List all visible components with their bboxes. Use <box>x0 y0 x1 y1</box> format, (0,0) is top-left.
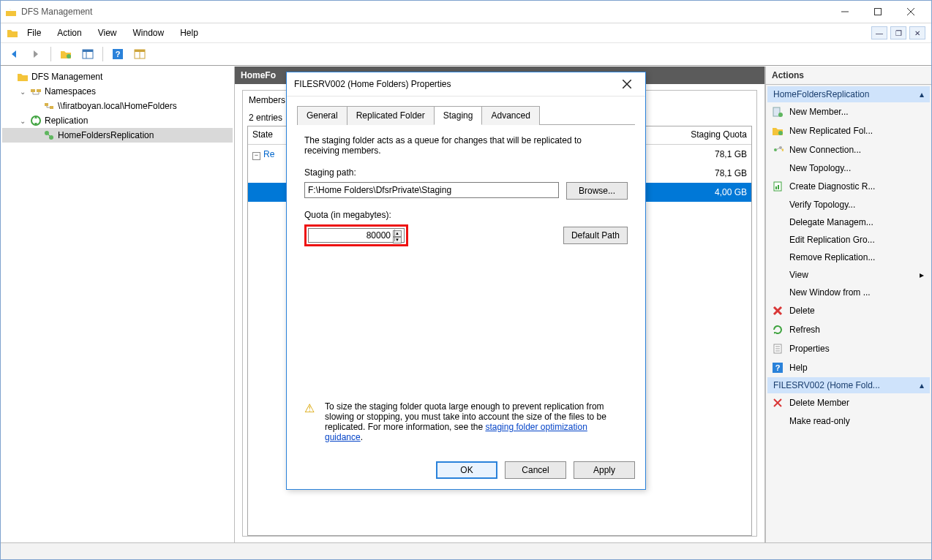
svg-text:?: ? <box>116 50 121 58</box>
action-label: View <box>789 270 808 280</box>
action-label: Remove Replication... <box>789 252 875 262</box>
menu-window[interactable]: Window <box>126 26 172 40</box>
nav-tree[interactable]: DFS Management ⌄ Namespaces \\firatboyan… <box>1 67 235 542</box>
dialog-title-bar: FILESRV002 (Home Folders) Properties <box>287 72 645 97</box>
tree-replication-item[interactable]: HomeFoldersReplication <box>2 128 233 143</box>
menu-help[interactable]: Help <box>173 26 206 40</box>
tab-replicated-folder[interactable]: Replicated Folder <box>347 106 435 125</box>
back-button[interactable] <box>5 45 23 63</box>
quota-input[interactable] <box>308 228 405 243</box>
actions-section-2[interactable]: FILESRV002 (Home Fold... ▴ <box>767 377 930 393</box>
action-edit-replication-group[interactable]: Edit Replication Gro... <box>767 231 930 249</box>
action-label: Properties <box>789 344 830 354</box>
quota-highlight: ▲▼ <box>304 224 408 246</box>
window-title: DFS Management <box>21 7 92 17</box>
toolbar-pane-button[interactable] <box>79 45 97 63</box>
svg-rect-12 <box>45 103 48 106</box>
minimize-button[interactable] <box>828 1 861 22</box>
action-new-replicated-folder[interactable]: New Replicated Fol... <box>767 121 930 140</box>
tree-root[interactable]: DFS Management <box>2 69 233 84</box>
action-create-diagnostic[interactable]: Create Diagnostic R... <box>767 177 930 196</box>
actions-pane: Actions HomeFoldersReplication ▴ New Mem… <box>765 67 931 542</box>
row-quota-value: 4,00 GB <box>664 187 751 197</box>
action-refresh[interactable]: Refresh <box>767 320 930 339</box>
close-button[interactable] <box>894 1 927 22</box>
svg-rect-11 <box>37 89 41 92</box>
tab-advanced[interactable]: Advanced <box>481 106 539 125</box>
spin-down-button[interactable]: ▼ <box>393 237 402 243</box>
action-label: Verify Topology... <box>789 200 855 210</box>
action-new-window[interactable]: New Window from ... <box>767 284 930 301</box>
row-quota-value: 78,1 GB <box>664 168 751 178</box>
svg-point-19 <box>778 131 783 135</box>
connection-add-icon: * <box>772 144 783 156</box>
action-delegate-management[interactable]: Delegate Managem... <box>767 213 930 231</box>
menu-action[interactable]: Action <box>50 26 89 40</box>
dialog-title: FILESRV002 (Home Folders) Properties <box>294 79 451 89</box>
tree-namespaces[interactable]: ⌄ Namespaces <box>2 84 233 99</box>
collapse-icon[interactable]: ⌄ <box>18 88 27 96</box>
tree-namespace-item-label: \\firatboyan.local\HomeFolders <box>58 101 177 111</box>
toolbar: ? <box>1 43 931 66</box>
action-properties[interactable]: Properties <box>767 339 930 358</box>
apply-button[interactable]: Apply <box>574 461 635 479</box>
tree-replication-item-label: HomeFoldersReplication <box>58 130 154 140</box>
action-label: Delete <box>789 306 815 316</box>
tree-replication[interactable]: ⌄ Replication <box>2 113 233 128</box>
expand-row-icon[interactable]: − <box>252 152 260 160</box>
browse-button[interactable]: Browse... <box>566 182 628 200</box>
collapse-section-icon[interactable]: ▴ <box>920 380 924 390</box>
folder-replicate-icon <box>772 125 783 137</box>
svg-rect-3 <box>83 50 93 52</box>
action-new-topology[interactable]: New Topology... <box>767 159 930 177</box>
default-path-button[interactable]: Default Path <box>563 227 628 244</box>
delete-icon <box>772 305 783 317</box>
status-bar <box>1 542 931 559</box>
action-help[interactable]: ?Help <box>767 358 930 377</box>
staging-path-input[interactable] <box>304 182 559 198</box>
row-state-value: Re <box>263 149 274 159</box>
collapse-section-icon[interactable]: ▴ <box>920 89 924 99</box>
toolbar-folder-button[interactable] <box>57 45 75 63</box>
mdi-close-button[interactable]: ✕ <box>909 26 925 39</box>
tree-namespaces-label: Namespaces <box>45 86 96 97</box>
svg-rect-25 <box>778 185 779 189</box>
app-window: DFS Management File Action View Window H… <box>0 0 932 560</box>
action-make-read-only[interactable]: Make read-only <box>767 412 930 430</box>
tab-general[interactable]: General <box>297 106 347 125</box>
submenu-arrow-icon: ▸ <box>920 270 924 280</box>
col-state[interactable]: State <box>248 126 292 144</box>
collapse-icon[interactable]: ⌄ <box>18 117 27 125</box>
namespace-item-icon <box>43 100 55 112</box>
menu-file[interactable]: File <box>20 26 48 40</box>
forward-button[interactable] <box>27 45 45 63</box>
spin-up-button[interactable]: ▲ <box>393 230 402 237</box>
tree-namespace-item[interactable]: \\firatboyan.local\HomeFolders <box>2 99 233 113</box>
action-delete[interactable]: Delete <box>767 301 930 320</box>
action-label: New Replicated Fol... <box>789 126 873 136</box>
mdi-minimize-button[interactable]: — <box>871 26 887 39</box>
maximize-button[interactable] <box>861 1 894 22</box>
tab-members[interactable]: Members <box>249 95 285 105</box>
mdi-restore-button[interactable]: ❐ <box>890 26 906 39</box>
toolbar-help-button[interactable]: ? <box>109 45 127 63</box>
tab-staging[interactable]: Staging <box>434 106 483 125</box>
action-new-connection[interactable]: *New Connection... <box>767 140 930 159</box>
action-new-member[interactable]: New Member... <box>767 102 930 121</box>
action-label: Make read-only <box>789 416 850 426</box>
action-remove-replication[interactable]: Remove Replication... <box>767 249 930 266</box>
actions-section-1[interactable]: HomeFoldersReplication ▴ <box>767 86 930 102</box>
cancel-button[interactable]: Cancel <box>505 461 566 479</box>
svg-text:?: ? <box>775 363 781 372</box>
svg-rect-0 <box>874 9 881 15</box>
action-verify-topology[interactable]: Verify Topology... <box>767 196 930 213</box>
action-delete-member[interactable]: Delete Member <box>767 393 930 412</box>
row-quota-value: 78,1 GB <box>664 149 751 159</box>
menu-view[interactable]: View <box>91 26 124 40</box>
col-staging-quota[interactable]: Staging Quota <box>664 126 751 144</box>
quota-label: Quota (in megabytes): <box>304 210 628 220</box>
ok-button[interactable]: OK <box>436 461 497 479</box>
dialog-close-button[interactable] <box>616 73 638 95</box>
action-view[interactable]: View▸ <box>767 266 930 284</box>
toolbar-table-button[interactable] <box>131 45 149 63</box>
